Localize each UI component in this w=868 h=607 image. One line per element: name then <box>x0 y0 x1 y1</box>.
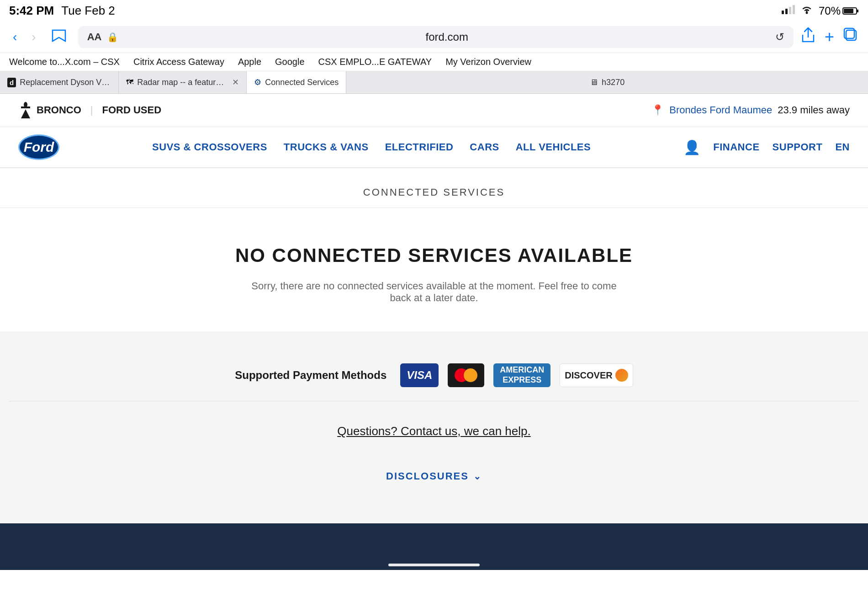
page-header-title: CONNECTED SERVICES <box>363 186 505 198</box>
disclosures-label: DISCLOSURES <box>386 470 469 482</box>
bookmark-verizon[interactable]: My Verizon Overview <box>445 57 531 67</box>
status-date: Tue Feb 2 <box>61 4 115 18</box>
contact-link[interactable]: Questions? Contact us, we can help. <box>337 424 530 438</box>
dealer-name[interactable]: Brondes Ford Maumee <box>669 104 772 116</box>
chevron-down-icon: ⌄ <box>473 471 482 482</box>
bookmark-apple[interactable]: Apple <box>238 57 261 67</box>
nav-finance[interactable]: FINANCE <box>713 141 759 153</box>
url-display[interactable]: ford.com <box>124 31 770 43</box>
nav-all-vehicles[interactable]: ALL VEHICLES <box>516 141 591 153</box>
wifi-icon <box>800 5 813 17</box>
nav-divider: | <box>90 104 93 116</box>
ford-used-text: FORD USED <box>102 104 162 116</box>
nav-suvs-crossovers[interactable]: SUVS & CROSSOVERS <box>152 141 267 153</box>
browser-nav: ‹ › AA 🔒 ford.com ↺ + <box>0 21 868 53</box>
dealer-distance: 23.9 miles away <box>778 104 850 116</box>
payment-methods: Supported Payment Methods VISA AMERICANE… <box>9 350 859 401</box>
share-button[interactable] <box>801 27 815 47</box>
tab-title-h3270: h3270 <box>602 78 625 87</box>
svg-point-0 <box>805 11 808 14</box>
tab-icon-dyson: d <box>7 78 16 87</box>
mastercard-card <box>448 363 484 387</box>
visa-card: VISA <box>400 363 439 387</box>
user-icon[interactable]: 👤 <box>683 139 700 155</box>
disclosures-button[interactable]: DISCLOSURES ⌄ <box>386 470 482 482</box>
bookmarks-button[interactable] <box>47 27 71 48</box>
contact-section: Questions? Contact us, we can help. <box>9 401 859 461</box>
ford-dealership-bar: BRONCO | FORD USED 📍 Brondes Ford Maumee… <box>0 94 868 127</box>
bookmarks-bar: Welcome to...X.com – CSX Citrix Access G… <box>0 53 868 71</box>
tab-connected-services[interactable]: ⚙ Connected Services <box>247 71 346 93</box>
bookmark-csxcom[interactable]: Welcome to...X.com – CSX <box>9 57 120 67</box>
scroll-indicator <box>0 560 868 570</box>
bookmark-csx-gateway[interactable]: CSX EMPLO...E GATEWAY <box>318 57 432 67</box>
discover-text: DISCOVER <box>565 370 612 381</box>
discover-dot <box>615 369 628 382</box>
status-time: 5:42 PM <box>9 4 54 18</box>
tab-icon-radar: 🗺 <box>126 78 133 86</box>
svg-rect-6 <box>21 106 30 108</box>
nav-language[interactable]: EN <box>835 141 850 153</box>
footer-area: Supported Payment Methods VISA AMERICANE… <box>0 331 868 523</box>
tab-icon-connected: ⚙ <box>254 77 261 87</box>
lock-icon: 🔒 <box>107 32 118 43</box>
bookmark-citrix[interactable]: Citrix Access Gateway <box>133 57 224 67</box>
back-button[interactable]: ‹ <box>9 28 21 46</box>
page-section-header: CONNECTED SERVICES <box>0 168 868 208</box>
nav-links: SUVS & CROSSOVERS TRUCKS & VANS ELECTRIF… <box>152 141 591 153</box>
nav-trucks-vans[interactable]: TRUCKS & VANS <box>284 141 369 153</box>
status-icons: 70% <box>782 5 859 17</box>
ford-left: BRONCO | FORD USED <box>18 101 161 119</box>
text-size-control[interactable]: AA <box>87 31 102 43</box>
tab-title-radar: Radar map -- a feature some don't kn... <box>137 78 227 87</box>
tab-title-dyson: Replacement Dyson V8™ cordless va... <box>20 78 111 87</box>
tab-title-connected: Connected Services <box>265 78 339 87</box>
payment-label: Supported Payment Methods <box>235 369 386 382</box>
page-content: CONNECTED SERVICES NO CONNECTED SERVICES… <box>0 168 868 331</box>
dark-footer <box>0 523 868 560</box>
refresh-icon[interactable]: ↺ <box>775 31 784 43</box>
nav-cars[interactable]: CARS <box>470 141 499 153</box>
amex-card: AMERICANEXPRESS <box>493 363 550 387</box>
tab-bar: d Replacement Dyson V8™ cordless va... 🗺… <box>0 71 868 94</box>
mc-right-circle <box>464 368 477 382</box>
battery-percent: 70% <box>819 5 841 17</box>
scroll-bar <box>388 564 480 566</box>
svg-marker-7 <box>21 109 30 118</box>
svg-rect-2 <box>844 9 853 13</box>
bronco-logo: BRONCO <box>18 101 81 119</box>
discover-card: DISCOVER <box>560 363 633 387</box>
nav-right: 👤 FINANCE SUPPORT EN <box>683 139 850 155</box>
ford-main-nav: Ford SUVS & CROSSOVERS TRUCKS & VANS ELE… <box>0 127 868 168</box>
main-message-area: NO CONNECTED SERVICES AVAILABLE Sorry, t… <box>0 208 868 331</box>
ford-logo[interactable]: Ford <box>18 134 59 160</box>
tabs-button[interactable] <box>843 27 859 47</box>
forward-button[interactable]: › <box>28 28 39 46</box>
browser-actions: + <box>801 27 859 47</box>
main-heading: NO CONNECTED SERVICES AVAILABLE <box>9 245 859 266</box>
tab-close-radar[interactable]: ✕ <box>232 77 239 87</box>
disclosures-section: DISCLOSURES ⌄ <box>9 461 859 505</box>
status-bar: 5:42 PM Tue Feb 2 70% <box>0 0 868 21</box>
tab-h3270[interactable]: 🖥 h3270 <box>346 71 868 93</box>
battery-icon: 70% <box>819 5 859 17</box>
location-icon: 📍 <box>651 104 664 116</box>
add-tab-button[interactable]: + <box>825 27 834 47</box>
tab-dyson[interactable]: d Replacement Dyson V8™ cordless va... <box>0 71 119 93</box>
address-bar[interactable]: AA 🔒 ford.com ↺ <box>78 26 794 48</box>
bookmark-google[interactable]: Google <box>275 57 305 67</box>
tab-icon-h3270: 🖥 <box>590 78 598 87</box>
signal-icon <box>782 5 795 17</box>
bronco-text: BRONCO <box>37 104 81 116</box>
tab-radar[interactable]: 🗺 Radar map -- a feature some don't kn..… <box>119 71 247 93</box>
main-subtext: Sorry, there are no connected services a… <box>251 280 617 304</box>
ford-right: 📍 Brondes Ford Maumee 23.9 miles away <box>651 104 850 116</box>
nav-electrified[interactable]: ELECTRIFIED <box>385 141 454 153</box>
nav-support[interactable]: SUPPORT <box>773 141 823 153</box>
